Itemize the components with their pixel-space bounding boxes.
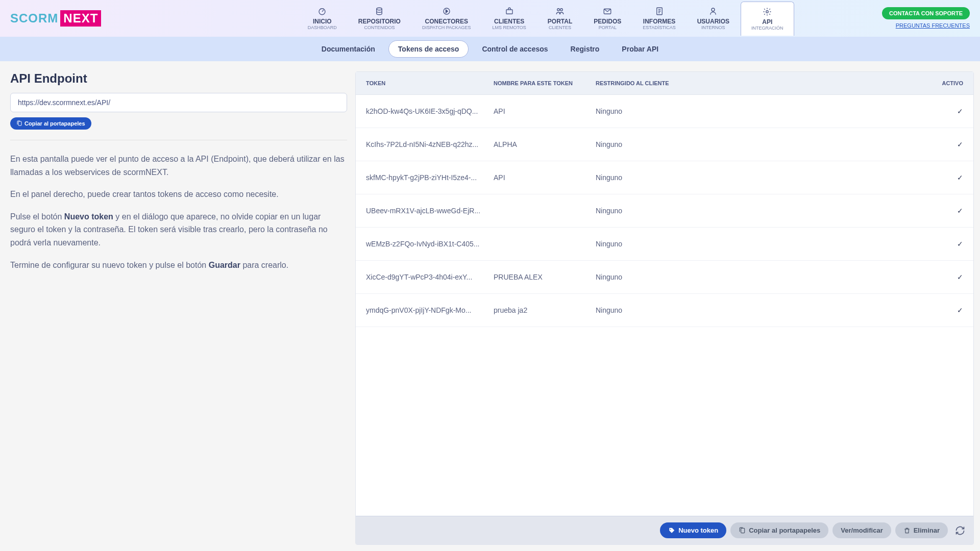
table-row[interactable]: XicCe-d9gYT-wPcP3-4h04i-exY... PRUEBA AL… — [356, 261, 973, 294]
repo-icon — [375, 7, 384, 16]
tab-control-de-accesos[interactable]: Control de accesos — [473, 41, 557, 57]
main-nav: INICIO DASHBOARD REPOSITORIO CONTENIDOS … — [298, 2, 794, 36]
orders-icon — [603, 7, 612, 16]
nav-sublabel: CLIENTES — [549, 25, 571, 30]
th-active: ACTIVO — [922, 80, 963, 86]
nav-label: PORTAL — [548, 18, 572, 25]
cell-client: Ninguno — [596, 207, 922, 215]
nav-sublabel: INTERNOS — [701, 25, 725, 30]
divider — [10, 140, 347, 140]
copy-token-label: Copiar al portapapeles — [749, 527, 820, 534]
th-client: RESTRINGIDO AL CLIENTE — [596, 80, 922, 86]
cell-token: KcIhs-7P2Ld-nI5Ni-4zNEB-q22hz... — [366, 140, 494, 148]
logo: SCORM NEXT — [10, 10, 101, 27]
copy-endpoint-button[interactable]: Copiar al portapapeles — [10, 117, 91, 130]
nav-label: PEDIDOS — [594, 18, 621, 25]
tokens-panel: TOKEN NOMBRE PARA ESTE TOKEN RESTRINGIDO… — [355, 71, 974, 545]
table-row[interactable]: k2hOD-kw4Qs-UK6IE-3x5gj-qDQ... API Ningu… — [356, 95, 973, 128]
dashboard-icon — [317, 7, 327, 16]
faq-link[interactable]: PREGUNTAS FRECUENTES — [896, 22, 970, 29]
cell-active: ✓ — [922, 273, 963, 281]
trash-icon — [903, 527, 911, 534]
table-row[interactable]: UBeev-mRX1V-ajcLB-wweGd-EjR... Ninguno ✓ — [356, 194, 973, 228]
table-header: TOKEN NOMBRE PARA ESTE TOKEN RESTRINGIDO… — [356, 72, 973, 95]
svg-point-11 — [670, 529, 671, 530]
cell-client: Ninguno — [596, 107, 922, 115]
tab-registro[interactable]: Registro — [561, 41, 609, 57]
subheader-tabs: DocumentaciónTokens de accesoControl de … — [0, 37, 980, 61]
nav-item-informes[interactable]: INFORMES ESTADÍSTICAS — [632, 2, 685, 36]
svg-point-5 — [560, 9, 563, 11]
doc-paragraph-3: Pulse el botón Nuevo token y en el diálo… — [10, 210, 347, 249]
cell-name: prueba ja2 — [494, 306, 596, 314]
cell-name: PRUEBA ALEX — [494, 273, 596, 281]
logo-scorm: SCORM — [10, 11, 58, 26]
users-icon — [708, 7, 718, 16]
nav-label: REPOSITORIO — [358, 18, 401, 25]
cell-token: ymdqG-pnV0X-pjIjY-NDFgk-Mo... — [366, 306, 494, 314]
nav-item-pedidos[interactable]: PEDIDOS PORTAL — [583, 2, 631, 36]
delete-button[interactable]: Eliminar — [895, 522, 948, 538]
nav-sublabel: DASHBOARD — [308, 25, 337, 30]
clipboard-icon — [16, 120, 22, 127]
nav-label: API — [762, 18, 772, 26]
tab-probar-api[interactable]: Probar API — [612, 41, 668, 57]
reports-icon — [655, 7, 664, 16]
cell-active: ✓ — [922, 306, 963, 314]
nav-label: CLIENTES — [494, 18, 524, 25]
tag-icon — [668, 527, 675, 534]
cell-token: XicCe-d9gYT-wPcP3-4h04i-exY... — [366, 273, 494, 281]
nav-sublabel: PORTAL — [599, 25, 617, 30]
nav-item-inicio[interactable]: INICIO DASHBOARD — [298, 2, 347, 36]
svg-rect-12 — [741, 528, 745, 533]
cell-active: ✓ — [922, 173, 963, 182]
nav-label: INICIO — [313, 18, 332, 25]
nav-item-portal[interactable]: PORTAL CLIENTES — [537, 2, 582, 36]
doc-paragraph-2: En el panel derecho, puede crear tantos … — [10, 188, 347, 201]
nav-item-repositorio[interactable]: REPOSITORIO CONTENIDOS — [348, 2, 411, 36]
nav-sublabel: LMS REMOTOS — [493, 25, 526, 30]
nav-label: CONECTORES — [425, 18, 468, 25]
nav-item-clientes[interactable]: CLIENTES LMS REMOTOS — [482, 2, 536, 36]
table-row[interactable]: KcIhs-7P2Ld-nI5Ni-4zNEB-q22hz... ALPHA N… — [356, 128, 973, 161]
nav-sublabel: CONTENIDOS — [364, 25, 395, 30]
clipboard-icon — [739, 527, 746, 534]
cell-token: skfMC-hpykT-g2jPB-ziYHt-I5ze4-... — [366, 173, 494, 182]
copy-token-button[interactable]: Copiar al portapapeles — [730, 522, 828, 538]
nav-item-conectores[interactable]: CONECTORES DISPATCH PACKAGES — [412, 2, 481, 36]
tab-documentación[interactable]: Documentación — [312, 41, 384, 57]
table-row[interactable]: wEMzB-z2FQo-IvNyd-iBX1t-C405... Ninguno … — [356, 228, 973, 261]
svg-rect-3 — [506, 10, 512, 14]
contact-support-button[interactable]: CONTACTA CON SOPORTE — [882, 7, 970, 19]
cell-name: API — [494, 107, 596, 115]
table-row[interactable]: ymdqG-pnV0X-pjIjY-NDFgk-Mo... prueba ja2… — [356, 294, 973, 327]
panel-footer: Nuevo token Copiar al portapapeles Ver/m… — [356, 516, 973, 544]
header-right: CONTACTA CON SOPORTE PREGUNTAS FRECUENTE… — [882, 7, 970, 29]
header: SCORM NEXT INICIO DASHBOARD REPOSITORIO … — [0, 0, 980, 37]
svg-point-9 — [766, 10, 769, 13]
svg-point-8 — [712, 8, 715, 11]
api-icon — [763, 7, 772, 16]
table-row[interactable]: skfMC-hpykT-g2jPB-ziYHt-I5ze4-... API Ni… — [356, 161, 973, 194]
left-panel: API Endpoint Copiar al portapapeles En e… — [10, 71, 347, 545]
svg-point-1 — [377, 8, 382, 10]
endpoint-input[interactable] — [10, 93, 347, 112]
new-token-button[interactable]: Nuevo token — [660, 522, 726, 538]
nav-label: INFORMES — [643, 18, 675, 25]
clients-icon — [505, 7, 514, 16]
tab-tokens-de-acceso[interactable]: Tokens de acceso — [388, 40, 469, 58]
nav-item-api[interactable]: API INTEGRACIÓN — [741, 2, 794, 36]
new-token-label: Nuevo token — [678, 527, 718, 534]
cell-active: ✓ — [922, 140, 963, 148]
cell-name: API — [494, 173, 596, 182]
nav-item-usuarios[interactable]: USUARIOS INTERNOS — [687, 2, 740, 36]
cell-client: Ninguno — [596, 273, 922, 281]
view-modify-label: Ver/modificar — [841, 527, 883, 534]
cell-active: ✓ — [922, 107, 963, 115]
cell-client: Ninguno — [596, 240, 922, 248]
view-modify-button[interactable]: Ver/modificar — [832, 522, 891, 538]
panel-title: API Endpoint — [10, 71, 347, 86]
th-token: TOKEN — [366, 80, 494, 86]
cell-token: UBeev-mRX1V-ajcLB-wweGd-EjR... — [366, 207, 494, 215]
refresh-icon[interactable] — [955, 525, 965, 536]
